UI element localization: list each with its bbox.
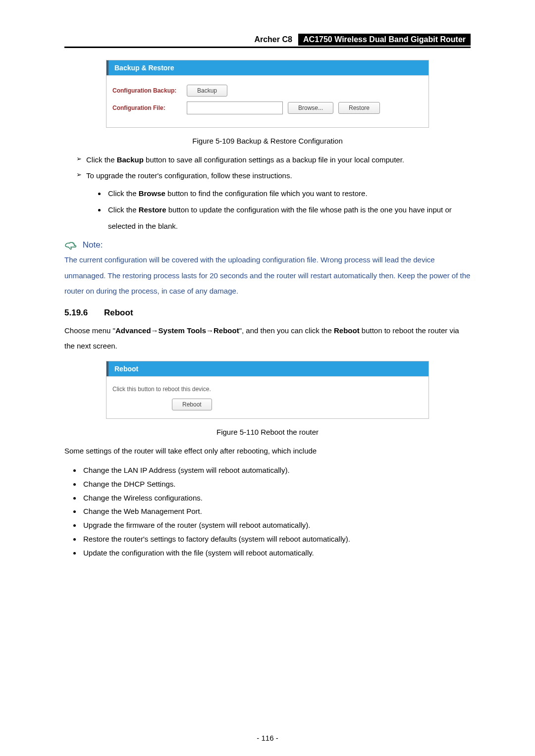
reboot-paragraph: Choose menu "Advanced→System Tools→Reboo… bbox=[64, 323, 471, 354]
list-item: Update the configuration with the file (… bbox=[81, 546, 471, 560]
config-file-label: Configuration File: bbox=[112, 104, 187, 111]
section-heading: 5.19.6Reboot bbox=[64, 308, 471, 318]
effects-intro: Some settings of the router will take ef… bbox=[64, 443, 471, 459]
list-item: Change the Wireless configurations. bbox=[81, 491, 471, 505]
panel-title: Reboot bbox=[107, 361, 428, 376]
figure-caption-2: Figure 5-110 Reboot the router bbox=[64, 428, 471, 436]
list-item: Change the Web Management Port. bbox=[81, 504, 471, 518]
backup-restore-panel: Backup & Restore Configuration Backup: B… bbox=[106, 60, 429, 128]
product-label: AC1750 Wireless Dual Band Gigabit Router bbox=[298, 34, 471, 46]
model-label: Archer C8 bbox=[250, 34, 296, 46]
browse-button[interactable]: Browse... bbox=[288, 102, 333, 114]
reboot-button[interactable]: Reboot bbox=[172, 399, 212, 410]
list-item: Click the Backup button to save all conf… bbox=[76, 152, 471, 168]
note-label: Note: bbox=[64, 240, 471, 250]
page-header: Archer C8 AC1750 Wireless Dual Band Giga… bbox=[64, 34, 471, 48]
config-file-input[interactable] bbox=[187, 101, 283, 114]
note-text: The current configuration will be covere… bbox=[64, 252, 471, 299]
list-item: Click the Browse button to find the conf… bbox=[106, 185, 471, 202]
list-item: Change the DHCP Settings. bbox=[81, 477, 471, 491]
list-item: Upgrade the firmware of the router (syst… bbox=[81, 518, 471, 532]
effects-list: Change the LAN IP Address (system will r… bbox=[81, 463, 471, 559]
hand-icon bbox=[64, 241, 77, 250]
list-item: Change the LAN IP Address (system will r… bbox=[81, 463, 471, 477]
backup-button[interactable]: Backup bbox=[187, 85, 227, 97]
figure-caption-1: Figure 5-109 Backup & Restore Configurat… bbox=[64, 137, 471, 145]
config-backup-label: Configuration Backup: bbox=[112, 87, 187, 94]
reboot-panel: Reboot Click this button to reboot this … bbox=[106, 361, 429, 419]
instruction-list: Click the Backup button to save all conf… bbox=[64, 152, 471, 234]
list-item: To upgrade the router's configuration, f… bbox=[76, 168, 471, 235]
panel-title: Backup & Restore bbox=[107, 60, 428, 75]
reboot-info-text: Click this button to reboot this device. bbox=[112, 386, 423, 393]
restore-button[interactable]: Restore bbox=[338, 102, 380, 114]
list-item: Restore the router's settings to factory… bbox=[81, 532, 471, 546]
list-item: Click the Restore button to update the c… bbox=[106, 202, 471, 234]
page-number: - 116 - bbox=[64, 734, 471, 742]
